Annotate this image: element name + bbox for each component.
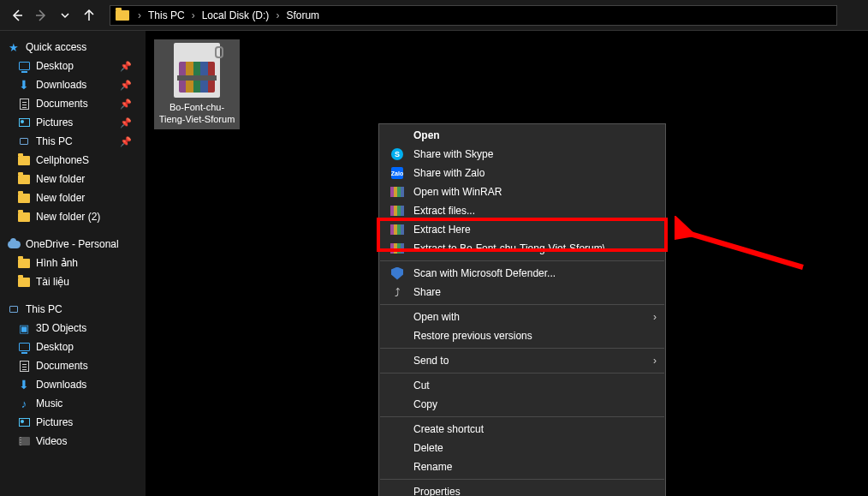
sidebar-item-downloads[interactable]: ⬇Downloads (2, 375, 144, 394)
sidebar-item-label: CellphoneS (36, 154, 89, 166)
sidebar-item-label: Downloads (36, 79, 86, 91)
ctx-extract-to[interactable]: Extract to Bo-Font-chu-Tieng-Viet-Sforum… (379, 239, 665, 258)
ctx-share-zalo[interactable]: ZaloShare with Zalo (379, 164, 665, 182)
ctx-open[interactable]: Open (379, 126, 665, 145)
pictures-icon (17, 116, 31, 129)
sidebar-item-label: This PC (26, 303, 62, 315)
pin-icon: 📌 (120, 80, 132, 91)
winrar-icon (389, 222, 405, 237)
ctx-open-with[interactable]: Open with› (379, 308, 665, 326)
sidebar-item-pictures[interactable]: Pictures📌 (2, 113, 144, 132)
ctx-share[interactable]: ⤴Share (379, 283, 665, 302)
sidebar-item-desktop[interactable]: Desktop📌 (2, 57, 144, 75)
sidebar-item-videos[interactable]: Videos (2, 432, 144, 451)
forward-button[interactable] (31, 5, 51, 26)
sidebar-item-music[interactable]: ♪Music (2, 394, 144, 413)
folder-icon (116, 10, 129, 21)
ctx-properties[interactable]: Properties (379, 482, 665, 496)
sidebar-onedrive[interactable]: OneDrive - Personal (2, 235, 144, 254)
up-button[interactable] (79, 5, 99, 26)
sidebar-item-tailieu[interactable]: Tài liệu (2, 272, 144, 291)
sidebar-item-label: Desktop (36, 60, 74, 72)
sidebar-item-downloads[interactable]: ⬇Downloads📌 (2, 75, 144, 94)
folder-icon (17, 191, 31, 205)
address-bar[interactable]: › This PC › Local Disk (D:) › Sforum (110, 5, 837, 26)
sidebar-item-hinhanh[interactable]: Hình ảnh (2, 254, 144, 272)
pin-icon: 📌 (120, 136, 132, 147)
separator (380, 416, 664, 417)
ctx-delete[interactable]: Delete (379, 439, 665, 457)
history-chevron[interactable] (55, 5, 75, 26)
sidebar-item-documents[interactable]: Documents (2, 356, 144, 375)
sidebar-item-label: Pictures (36, 416, 73, 428)
sidebar-item-documents[interactable]: Documents📌 (2, 94, 144, 113)
ctx-label: Scan with Microsoft Defender... (413, 267, 556, 279)
chevron-right-icon: › (276, 9, 279, 21)
sidebar-item-label: This PC (36, 135, 73, 147)
ctx-label: Send to (413, 355, 449, 367)
breadcrumb[interactable]: Local Disk (D:) (199, 9, 273, 21)
breadcrumb[interactable]: This PC (145, 9, 188, 21)
sidebar-item-newfolder2[interactable]: New folder (2) (2, 207, 144, 226)
ctx-label: Extract files... (413, 205, 475, 217)
sidebar-item-label: Videos (36, 435, 67, 447)
separator (380, 348, 664, 349)
sidebar-quick-access[interactable]: ★Quick access (2, 38, 144, 57)
winrar-icon (389, 203, 405, 218)
sidebar-item-cellphones[interactable]: CellphoneS (2, 151, 144, 170)
ctx-share-skype[interactable]: SShare with Skype (379, 145, 665, 164)
back-button[interactable] (7, 5, 27, 26)
ctx-cut[interactable]: Cut (379, 376, 665, 395)
folder-icon (17, 172, 31, 186)
ctx-rename[interactable]: Rename (379, 457, 665, 476)
ctx-label: Copy (413, 398, 437, 410)
cube-icon: ▣ (17, 321, 31, 335)
sidebar-item-label: Tài liệu (36, 276, 69, 288)
ctx-send-to[interactable]: Send to› (379, 351, 665, 370)
sidebar-item-thispc[interactable]: This PC📌 (2, 132, 144, 151)
sidebar-item-label: Downloads (36, 379, 86, 391)
separator (380, 260, 664, 261)
document-icon (17, 97, 31, 111)
ctx-label: Share (413, 286, 441, 298)
pin-icon: 📌 (120, 61, 132, 72)
ctx-defender[interactable]: Scan with Microsoft Defender... (379, 264, 665, 283)
ctx-open-winrar[interactable]: Open with WinRAR (379, 182, 665, 201)
sidebar-item-label: Documents (36, 360, 88, 372)
sidebar-item-newfolder[interactable]: New folder (2, 170, 144, 188)
ctx-restore[interactable]: Restore previous versions (379, 326, 665, 345)
pin-icon: 📌 (120, 99, 132, 110)
sidebar-thispc[interactable]: This PC (2, 300, 144, 319)
ctx-label: Extract to Bo-Font-chu-Tieng-Viet-Sforum… (413, 242, 605, 254)
sidebar-item-newfolder[interactable]: New folder (2, 188, 144, 207)
sidebar-item-label: Quick access (26, 41, 86, 53)
file-item[interactable]: Bo-Font-chu-Tieng-Viet-Sforum (154, 39, 240, 129)
ctx-extract-here[interactable]: Extract Here (379, 220, 665, 239)
ctx-copy[interactable]: Copy (379, 395, 665, 414)
sidebar-item-3dobjects[interactable]: ▣3D Objects (2, 319, 144, 338)
document-icon (17, 359, 31, 373)
context-menu: Open SShare with Skype ZaloShare with Za… (378, 123, 666, 496)
sidebar-item-label: OneDrive - Personal (26, 238, 119, 250)
folder-icon (17, 210, 31, 224)
content-area[interactable]: Bo-Font-chu-Tieng-Viet-Sforum Open SShar… (146, 31, 868, 496)
folder-icon (17, 153, 31, 167)
folder-icon (17, 275, 31, 289)
sidebar-item-label: Pictures (36, 117, 73, 128)
ctx-label: Open with (413, 311, 460, 323)
breadcrumb[interactable]: Sforum (282, 9, 323, 21)
sidebar-item-label: Hình ảnh (36, 257, 78, 269)
sidebar-item-pictures[interactable]: Pictures (2, 413, 144, 432)
ctx-label: Open (413, 129, 440, 141)
video-icon (17, 434, 31, 448)
cloud-icon (7, 237, 21, 251)
ctx-extract-files[interactable]: Extract files... (379, 201, 665, 220)
ctx-create-shortcut[interactable]: Create shortcut (379, 420, 665, 439)
pc-icon (17, 134, 31, 148)
sidebar: ★Quick access Desktop📌 ⬇Downloads📌 Docum… (0, 31, 146, 496)
chevron-right-icon: › (653, 311, 657, 323)
sidebar-item-label: Music (36, 397, 62, 409)
ctx-label: Properties (413, 486, 461, 496)
sidebar-item-desktop[interactable]: Desktop (2, 338, 144, 356)
file-label: Bo-Font-chu-Tieng-Viet-Sforum (158, 101, 236, 126)
